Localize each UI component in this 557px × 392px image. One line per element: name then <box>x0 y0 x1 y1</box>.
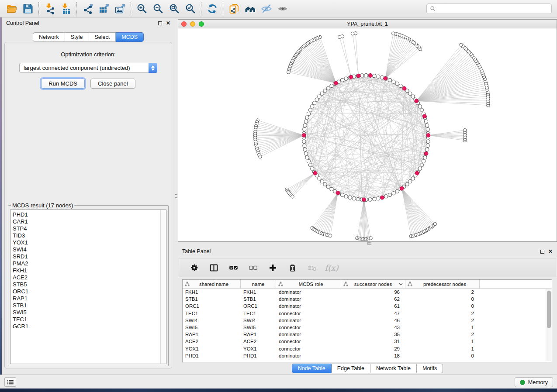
export-table-button[interactable] <box>96 2 112 16</box>
mcds-result-item[interactable]: ORC1 <box>13 288 160 295</box>
mcds-result-item[interactable]: CAR1 <box>13 218 160 225</box>
tab-select[interactable]: Select <box>89 32 116 42</box>
vertical-splitter[interactable] <box>175 17 178 375</box>
mcds-result-item[interactable]: SWI4 <box>13 246 160 253</box>
mcds-result-item[interactable]: GCR1 <box>13 323 160 330</box>
toolbar-separator <box>131 2 131 15</box>
tab-style[interactable]: Style <box>65 32 89 42</box>
memory-label: Memory <box>528 379 548 385</box>
table-row[interactable]: SWI4SWI4dominator462 <box>183 317 552 324</box>
cell-mcds-role: dominator <box>276 303 341 309</box>
cell-shared-name: SWI5 <box>183 325 241 330</box>
optimization-criterion-select[interactable]: largest connected component (undirected) <box>19 63 157 73</box>
function-builder-button[interactable]: f(x) <box>326 262 337 273</box>
zoom-fit-button[interactable] <box>166 2 182 16</box>
cell-successor-nodes: 47 <box>341 311 405 316</box>
mcds-result-item[interactable]: SRD1 <box>13 253 160 260</box>
float-panel-icon[interactable] <box>158 21 162 25</box>
import-table-button[interactable] <box>58 2 74 16</box>
scrollbar-thumb[interactable] <box>547 291 551 328</box>
close-panel-button[interactable]: Close panel <box>90 79 135 89</box>
split-columns-button[interactable] <box>208 262 219 273</box>
select-all-icon <box>229 263 238 272</box>
memory-button[interactable]: Memory <box>515 377 553 387</box>
mcds-result-item[interactable]: STB5 <box>13 281 160 288</box>
tab-network-table[interactable]: Network Table <box>370 364 417 373</box>
run-mcds-button[interactable]: Run MCDS <box>41 79 85 89</box>
mcds-result-item[interactable]: RAP1 <box>13 295 160 302</box>
network-window-titlebar[interactable]: YPA_prune.txt_1 <box>178 20 557 28</box>
horizontal-splitter[interactable] <box>178 242 557 246</box>
search-input[interactable] <box>438 4 551 13</box>
column-label: shared name <box>190 282 238 287</box>
column-header-predecessor-nodes[interactable]: predecessor nodes <box>405 280 480 288</box>
float-table-panel-icon[interactable] <box>540 250 544 254</box>
mcds-result-item[interactable]: STP4 <box>13 225 160 232</box>
table-scrollbar[interactable] <box>546 289 552 361</box>
column-header-shared-name[interactable]: shared name <box>183 280 241 288</box>
mcds-result-item[interactable]: SWI5 <box>13 309 160 316</box>
export-network-button[interactable] <box>80 2 96 16</box>
table-row[interactable]: SWI5SWI5connector431 <box>183 324 552 331</box>
mcds-result-item[interactable]: ACE2 <box>13 274 160 281</box>
tab-edge-table[interactable]: Edge Table <box>332 364 370 373</box>
unselect-all-button[interactable] <box>248 262 258 273</box>
hide-selected-button[interactable] <box>258 2 274 16</box>
close-table-panel-icon[interactable]: ✕ <box>548 249 553 254</box>
mcds-result-item[interactable]: YOX1 <box>13 239 160 246</box>
table-row[interactable]: ORC1ORC1dominator610 <box>183 303 552 309</box>
zoom-selected-icon <box>185 3 196 14</box>
zoom-out-button[interactable] <box>150 2 166 16</box>
table-row[interactable]: YOX1YOX1connector291 <box>183 345 552 352</box>
close-panel-icon[interactable]: ✕ <box>166 21 170 26</box>
table-row[interactable]: ACE2ACE2connector311 <box>183 338 552 345</box>
column-header-name[interactable]: name <box>241 280 276 288</box>
network-canvas[interactable] <box>178 29 557 241</box>
column-header-mcds-role[interactable]: MCDS role <box>276 280 341 288</box>
mcds-result-scrollbar[interactable] <box>160 210 166 364</box>
mcds-result-item[interactable]: PMA2 <box>13 260 160 267</box>
zoom-selected-button[interactable] <box>182 2 198 16</box>
mcds-result-item[interactable]: STB1 <box>13 302 160 309</box>
cell-mcds-role: dominator <box>276 353 341 358</box>
task-history-button[interactable] <box>4 377 16 387</box>
cell-successor-nodes: 18 <box>341 353 405 358</box>
table-row[interactable]: TEC1TEC1connector472 <box>183 310 552 317</box>
tab-network[interactable]: Network <box>33 32 65 42</box>
search-box[interactable] <box>426 3 552 14</box>
cell-shared-name: RAP1 <box>183 332 241 337</box>
save-session-button[interactable] <box>20 2 36 16</box>
unselect-all-icon <box>249 263 258 272</box>
attribute-type-icon <box>408 282 412 286</box>
mcds-result-item[interactable]: FKH1 <box>13 267 160 274</box>
refresh-network-button[interactable] <box>204 2 220 16</box>
show-all-button[interactable] <box>274 2 291 16</box>
mcds-result-item[interactable]: TID3 <box>13 232 160 239</box>
tab-motifs[interactable]: Motifs <box>417 364 443 373</box>
tab-mcds[interactable]: MCDS <box>116 32 144 42</box>
application-window: Control Panel ✕ NetworkStyleSelectMCDS O… <box>0 0 557 392</box>
cell-shared-name: YOX1 <box>183 346 241 351</box>
settings-gear-button[interactable] <box>189 262 199 273</box>
table-row[interactable]: PHD1PHD1dominator180 <box>183 352 552 359</box>
table-row[interactable]: FKH1FKH1dominator962 <box>183 289 552 296</box>
copy-network-button[interactable] <box>226 2 242 16</box>
table-row[interactable]: RAP1RAP1dominator352 <box>183 331 552 338</box>
select-all-button[interactable] <box>228 262 239 273</box>
delete-column-button[interactable] <box>287 262 298 273</box>
mcds-result-item[interactable]: TEC1 <box>13 316 160 323</box>
add-column-button[interactable] <box>267 262 278 273</box>
table-row[interactable]: STB1STB1dominator620 <box>183 296 552 303</box>
cell-mcds-role: dominator <box>276 332 341 337</box>
tab-node-table[interactable]: Node Table <box>292 364 332 373</box>
export-image-button[interactable] <box>112 2 128 16</box>
splitter-handle[interactable] <box>367 242 371 245</box>
zoom-in-button[interactable] <box>134 2 150 16</box>
delete-table-button[interactable] <box>307 262 317 273</box>
open-file-button[interactable] <box>3 2 20 16</box>
column-header-successor-nodes[interactable]: successor nodes <box>341 280 405 288</box>
mcds-result-item[interactable]: PHD1 <box>13 211 160 218</box>
import-network-button[interactable] <box>42 2 58 16</box>
first-neighbors-button[interactable] <box>242 2 258 16</box>
search-icon <box>430 6 436 12</box>
